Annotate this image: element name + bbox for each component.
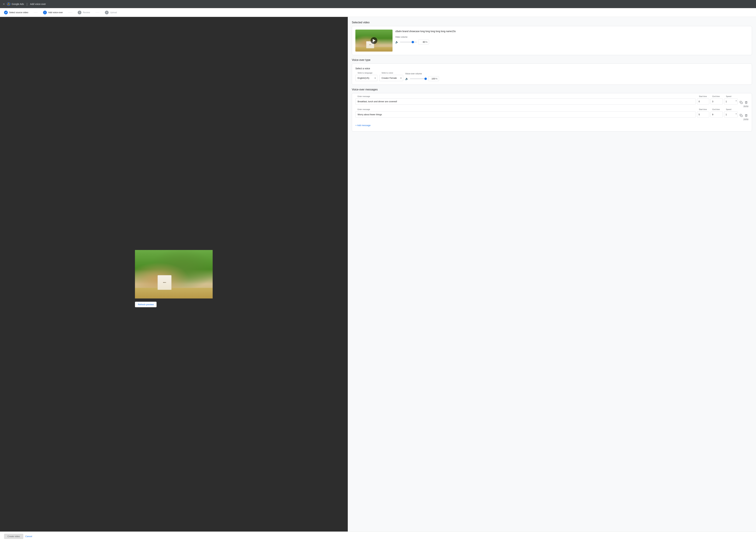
- main-content: eBalm Refresh preview Selected video eBa…: [0, 17, 756, 532]
- select-a-voice-title: Select a voice: [356, 67, 748, 70]
- google-ads-icon: [7, 2, 10, 6]
- message-1-speed-select[interactable]: 1 1.25 1.5 0.75: [724, 98, 738, 105]
- message-1-start-label: Start time: [698, 95, 707, 97]
- message-2-start-time-field: Start time: [697, 110, 709, 118]
- selected-video-card: eBalm cBalm brand showcase long long lon…: [352, 26, 752, 55]
- voice-field: Select a voice Creator Female ▾: [379, 73, 403, 81]
- video-volume-slider[interactable]: [400, 42, 417, 42]
- voiceover-volume-display: 100 %: [428, 76, 439, 81]
- message-1-start-input[interactable]: [697, 98, 709, 105]
- footer: Create video Cancel: [0, 532, 756, 541]
- message-2-char-count: 20/50: [356, 118, 748, 121]
- voiceover-volume-label: Voice-over volume: [405, 73, 748, 75]
- header-title: Add voice-over: [30, 3, 46, 5]
- step4-label: Upload: [110, 11, 117, 14]
- voice-label: Select a voice: [381, 72, 393, 74]
- voice-over-type-card: Select a voice Select a language English…: [352, 64, 752, 85]
- step-select-source: Select source video: [4, 11, 34, 14]
- video-volume-value: 80: [420, 41, 425, 43]
- video-info: cBalm brand showcase long long long long…: [395, 30, 748, 44]
- message-2-delete-button[interactable]: [744, 113, 748, 118]
- video-thumbnail: eBalm: [356, 30, 392, 52]
- create-video-button[interactable]: Create video: [4, 534, 23, 539]
- step-connector-3: [96, 12, 100, 13]
- step4-icon: 4: [105, 11, 109, 14]
- copy-icon-2: [740, 114, 743, 117]
- selected-video-title: Selected video: [352, 21, 752, 24]
- voiceover-volume-percent: %: [435, 77, 437, 80]
- message-1-speed-field: Speed 1 1.25 1.5 0.75 ▾: [724, 97, 738, 105]
- message-2-actions: [739, 113, 748, 118]
- voiceover-volume-field: Voice-over volume 🔈 100 %: [405, 73, 748, 81]
- video-name: cBalm brand showcase long long long long…: [395, 30, 748, 33]
- message-2-copy-button[interactable]: [739, 113, 743, 118]
- voice-form-row: Select a language English(US) ▾ Select a…: [356, 73, 748, 81]
- message-1-field: Enter message: [356, 97, 696, 105]
- selected-video-section: Selected video eBalm: [352, 21, 752, 55]
- step-review: 3 Review: [78, 11, 96, 14]
- voiceover-speaker-icon: 🔈: [405, 77, 408, 80]
- message-2-speed-select[interactable]: 1 1.25 1.5 0.75: [724, 111, 738, 118]
- message-1-end-label: End time: [712, 95, 720, 97]
- voice-select[interactable]: Creator Female: [379, 75, 403, 81]
- step3-label: Review: [83, 11, 90, 14]
- refresh-preview-button[interactable]: Refresh preview: [135, 302, 156, 307]
- close-button[interactable]: ✕: [3, 3, 5, 6]
- messages-card: Enter message Start time End time S: [352, 93, 752, 132]
- step2-icon: 2: [43, 11, 47, 14]
- video-volume-display: 80 %: [418, 40, 429, 44]
- message-1-speed-label: Speed: [725, 95, 732, 97]
- voiceover-volume-control: 🔈 100 %: [405, 76, 748, 81]
- message-2-start-label: Start time: [698, 108, 707, 110]
- message-1-label: Enter message: [357, 95, 371, 97]
- message-2-start-input[interactable]: [697, 111, 709, 118]
- google-ads-logo: Google Ads: [7, 2, 24, 6]
- message-2-field: Enter message: [356, 110, 696, 118]
- message-1-delete-button[interactable]: [744, 100, 748, 105]
- message-2-end-time-field: End time: [711, 110, 723, 118]
- voiceover-volume-slider[interactable]: [410, 78, 427, 79]
- svg-point-0: [7, 3, 10, 6]
- step2-label: Add voice-over: [48, 11, 63, 14]
- language-select-wrapper: English(US) ▾: [356, 75, 377, 81]
- message-2-end-input[interactable]: [711, 111, 723, 118]
- play-button[interactable]: [371, 37, 377, 44]
- left-panel: eBalm Refresh preview: [0, 17, 348, 532]
- message-1-start-time-field: Start time: [697, 97, 709, 105]
- step-add-voice-over: 2 Add voice-over: [43, 11, 68, 14]
- copy-icon: [740, 101, 743, 104]
- voiceover-volume-value: 100: [430, 77, 435, 80]
- app-name: Google Ads: [12, 3, 24, 5]
- language-label: Select a language: [357, 72, 373, 74]
- video-volume-section: Video volume 🔈 80 %: [395, 36, 748, 44]
- right-panel: Selected video eBalm: [348, 17, 756, 532]
- step-upload: 4 Upload: [105, 11, 122, 14]
- voice-over-type-section: Voice-over type Select a voice Select a …: [352, 59, 752, 85]
- step-connector-2: [68, 12, 72, 13]
- video-preview: eBalm: [135, 250, 213, 298]
- message-1-end-time-field: End time: [711, 97, 723, 105]
- product-on-shelf: eBalm: [157, 275, 171, 290]
- message-1-input[interactable]: [356, 98, 696, 105]
- add-message-button[interactable]: + Add message: [356, 123, 371, 128]
- message-2-group: Enter message Start time End time S: [356, 110, 748, 121]
- svg-rect-1: [741, 102, 742, 104]
- message-1-copy-button[interactable]: [739, 100, 743, 105]
- message-2-row: Enter message Start time End time S: [356, 110, 748, 118]
- cancel-button[interactable]: Cancel: [25, 535, 32, 538]
- language-field: Select a language English(US) ▾: [356, 73, 377, 81]
- speaker-icon: 🔈: [395, 40, 398, 44]
- message-1-group: Enter message Start time End time S: [356, 97, 748, 108]
- video-volume-control: 🔈 80 %: [395, 40, 748, 44]
- language-select[interactable]: English(US): [356, 75, 377, 81]
- trash-icon: [745, 101, 748, 104]
- step1-icon: [4, 11, 8, 14]
- selected-video-inner: eBalm cBalm brand showcase long long lon…: [356, 30, 748, 52]
- voice-select-wrapper: Creator Female ▾: [379, 75, 403, 81]
- video-volume-percent: %: [425, 41, 427, 43]
- app-header: ✕ Google Ads | Add voice-over: [0, 0, 756, 8]
- video-preview-container: eBalm Refresh preview: [135, 250, 213, 298]
- message-2-input[interactable]: [356, 111, 696, 118]
- header-divider: |: [27, 2, 27, 6]
- message-1-end-input[interactable]: [711, 98, 723, 105]
